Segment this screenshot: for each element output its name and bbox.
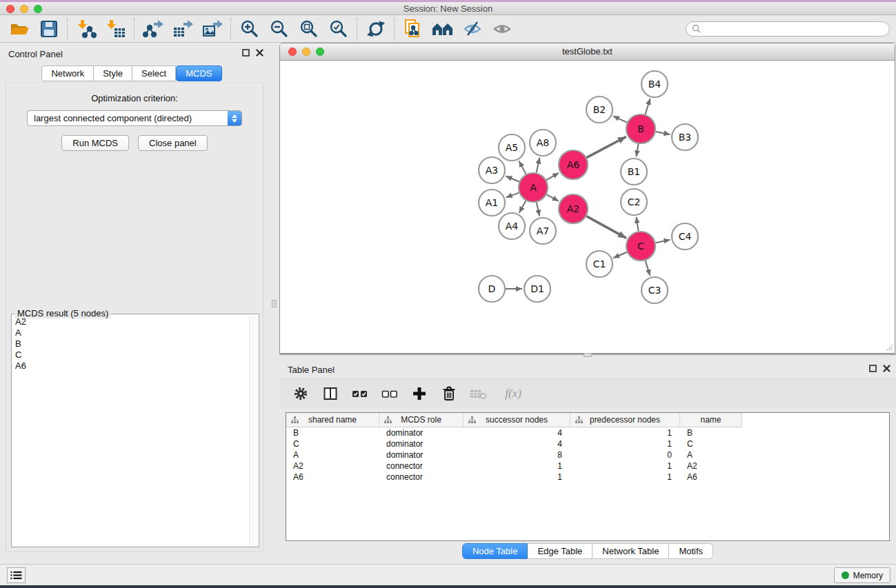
tab-node-table[interactable]: Node Table	[462, 543, 528, 559]
column-header-shared-name[interactable]: shared name	[286, 413, 379, 427]
result-list-item[interactable]: A	[12, 327, 249, 338]
memory-button[interactable]: Memory	[834, 567, 890, 583]
node-C3[interactable]: C3	[641, 277, 668, 303]
close-panel-button[interactable]: Close panel	[138, 135, 208, 151]
node-B3[interactable]: B3	[672, 124, 698, 150]
delete-row-button[interactable]	[440, 384, 458, 403]
node-B[interactable]: B	[626, 114, 655, 143]
tab-network-table[interactable]: Network Table	[593, 543, 669, 559]
control-panel-tabs: NetworkStyleSelectMCDS	[0, 65, 263, 81]
show-graphics-button[interactable]	[487, 17, 517, 41]
svg-text:A5: A5	[506, 142, 518, 153]
import-network-button[interactable]	[71, 17, 101, 41]
svg-text:A4: A4	[506, 221, 519, 232]
optimization-criterion-dropdown[interactable]: largest connected component (directed)	[27, 110, 242, 126]
select-all-button[interactable]	[351, 384, 369, 403]
zoom-in-button[interactable]	[235, 17, 264, 41]
node-A4[interactable]: A4	[499, 213, 525, 239]
float-panel-icon[interactable]	[242, 49, 250, 57]
splitter-grip[interactable]	[272, 300, 277, 307]
manage-networks-button[interactable]	[398, 17, 428, 41]
result-list-item[interactable]: A2	[12, 316, 249, 327]
search-field[interactable]	[686, 21, 890, 37]
hide-graphics-button[interactable]	[457, 17, 487, 41]
network-view-window: testGlobe.txt B4B2BB3A8A5A6A3B1AA1C2A2A4…	[279, 43, 895, 354]
open-session-button[interactable]	[4, 17, 34, 41]
table-settings-button[interactable]	[292, 384, 310, 403]
import-table-button[interactable]	[101, 17, 130, 41]
plus-icon	[412, 386, 427, 401]
export-network-button[interactable]	[138, 17, 168, 41]
node-A1[interactable]: A1	[479, 190, 505, 216]
export-table-button[interactable]	[168, 17, 197, 41]
node-D[interactable]: D	[479, 276, 505, 302]
result-list-item[interactable]: A6	[12, 361, 249, 372]
show-column-button[interactable]	[321, 384, 339, 403]
node-B2[interactable]: B2	[586, 97, 613, 123]
node-A[interactable]: A	[519, 173, 548, 202]
table-row[interactable]: Cdominator41C	[286, 438, 889, 449]
column-header-predecessor-nodes[interactable]: predecessor nodes	[570, 413, 680, 427]
node-C4[interactable]: C4	[672, 223, 698, 250]
node-A2[interactable]: A2	[559, 194, 588, 223]
panel-splitter[interactable]	[269, 43, 279, 564]
node-A6[interactable]: A6	[559, 150, 588, 179]
edge-B-B1	[637, 144, 639, 157]
deselect-all-button[interactable]	[381, 384, 399, 403]
tab-style[interactable]: Style	[94, 65, 132, 81]
export-image-button[interactable]	[197, 17, 227, 41]
table-panel-divider[interactable]	[279, 353, 896, 358]
close-table-panel-icon[interactable]	[883, 365, 890, 372]
node-A7[interactable]: A7	[530, 218, 556, 244]
node-C[interactable]: C	[626, 232, 655, 261]
tab-motifs[interactable]: Motifs	[669, 543, 713, 559]
zoom-out-button[interactable]	[264, 17, 294, 41]
node-A5[interactable]: A5	[499, 134, 525, 161]
table-cell: 0	[570, 450, 680, 460]
close-panel-icon[interactable]	[256, 49, 263, 57]
divider-grip[interactable]	[584, 353, 592, 357]
refresh-button[interactable]	[361, 17, 390, 41]
app-window: Session: New Session	[0, 0, 896, 588]
zoom-selected-button[interactable]	[323, 17, 353, 41]
column-header-name[interactable]: name	[680, 413, 742, 427]
mcds-panel: Optimization criterion: largest connecte…	[6, 83, 263, 552]
search-input[interactable]	[704, 23, 884, 34]
network-graph[interactable]: B4B2BB3A8A5A6A3B1AA1C2A2A4A7C4CC1C3DD1	[281, 61, 895, 354]
result-list-scrollbar[interactable]	[249, 316, 258, 546]
tab-network[interactable]: Network	[41, 65, 94, 81]
tab-select[interactable]: Select	[132, 65, 176, 81]
table-row[interactable]: Adominator80A	[286, 449, 889, 460]
table-row[interactable]: A6connector11A6	[286, 472, 889, 483]
home-view-button[interactable]	[428, 17, 457, 41]
node-C2[interactable]: C2	[621, 189, 647, 215]
task-history-button[interactable]	[7, 567, 26, 583]
node-D1[interactable]: D1	[524, 276, 550, 302]
mcds-result-list[interactable]: A2ABCA6	[12, 316, 249, 546]
result-list-item[interactable]: C	[12, 349, 249, 361]
tab-mcds[interactable]: MCDS	[176, 65, 221, 81]
table-row[interactable]: Bdominator41B	[286, 427, 889, 438]
table-row[interactable]: A2connector11A2	[286, 460, 889, 472]
node-A3[interactable]: A3	[479, 157, 505, 183]
float-table-panel-icon[interactable]	[869, 365, 877, 372]
edge-C-C4	[655, 240, 670, 243]
node-A8[interactable]: A8	[530, 130, 556, 156]
result-list-item[interactable]: B	[12, 338, 249, 349]
network-window-titlebar[interactable]: testGlobe.txt	[280, 43, 895, 61]
add-row-button[interactable]	[410, 384, 428, 403]
node-C1[interactable]: C1	[586, 251, 613, 277]
network-canvas[interactable]: B4B2BB3A8A5A6A3B1AA1C2A2A4A7C4CC1C3DD1	[281, 61, 894, 352]
run-mcds-button[interactable]: Run MCDS	[61, 135, 129, 151]
column-header-successor-nodes[interactable]: successor nodes	[464, 413, 570, 427]
node-B4[interactable]: B4	[641, 71, 668, 97]
tab-edge-table[interactable]: Edge Table	[528, 543, 593, 559]
zoom-fit-button[interactable]	[294, 17, 323, 41]
node-table: shared nameMCDS rolesuccessor nodesprede…	[286, 412, 890, 541]
window-resize-grip[interactable]	[884, 343, 893, 352]
node-B1[interactable]: B1	[621, 159, 647, 185]
save-session-button[interactable]	[34, 17, 63, 41]
table-cell: 1	[464, 461, 570, 471]
column-header-MCDS-role[interactable]: MCDS role	[379, 413, 464, 427]
delete-table-button	[470, 384, 488, 403]
